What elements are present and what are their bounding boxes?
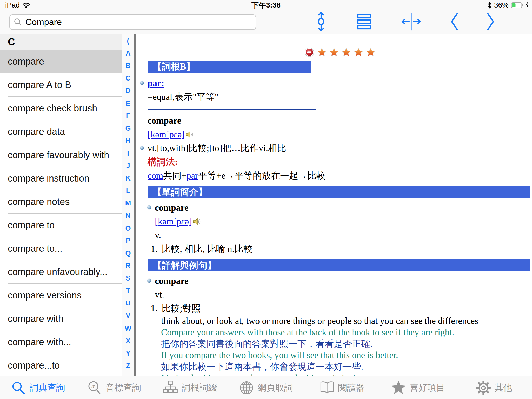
status-bar: iPad 下午3:38 36% [0,0,532,10]
tab-dictionary-search[interactable]: 詞典查詢 [0,376,76,399]
index-letter[interactable]: D [125,87,131,94]
star-icon[interactable] [317,48,327,57]
index-letter[interactable]: P [126,237,130,244]
section-banner-brief: 【單詞簡介】 [148,186,530,198]
tab-label: 音標查詢 [106,382,141,394]
rating-bar [148,47,532,57]
tab-word-roots[interactable]: 詞根詞綴 [152,376,228,399]
section-banner-detail: 【詳解與例句】 [148,259,530,271]
tab-label: 其他 [495,382,512,394]
index-letter[interactable]: A [125,50,131,57]
headword: compare [155,203,189,213]
index-letter[interactable]: Q [125,250,131,257]
star-icon[interactable] [342,48,351,57]
word-list-item[interactable]: compare with [0,307,122,330]
word-list-item[interactable]: compare instruction [0,167,122,190]
word-list-item[interactable]: compare notes [0,190,122,214]
word-list-item[interactable]: compare to [0,214,122,237]
tab-label: 網頁取詞 [258,382,293,394]
section-divider [148,109,316,110]
english-definition: think about, or look at, two or more thi… [161,315,532,327]
index-letter[interactable]: J [126,162,130,169]
index-letter[interactable]: E [126,100,130,107]
autofit-button[interactable] [312,10,330,34]
phonetic-link[interactable]: [kəm`pɛə] [155,216,192,227]
speaker-icon[interactable] [193,218,201,225]
index-letter[interactable]: M [125,200,131,207]
root-link[interactable]: par: [148,78,164,88]
index-letter[interactable]: Y [126,350,130,357]
word-list-item[interactable]: compare versions [0,284,122,307]
index-letter[interactable]: L [126,187,130,194]
search-toolbar [0,10,532,34]
morpheme-link[interactable]: com [148,171,163,181]
back-button[interactable] [449,11,460,33]
list-view-button[interactable] [355,12,374,32]
word-list-item[interactable]: compare data [0,120,122,143]
pos-label: v. [155,228,532,242]
web-lookup-icon [239,380,254,395]
split-width-button[interactable] [399,10,423,34]
search-icon [14,18,22,26]
entry-content: 【詞根B】 par: =equal,表示"平等" compare [kəm`pɛ… [136,34,532,376]
example-sentence-en: Compare your answers with those at the b… [161,327,532,338]
tab-web-lookup[interactable]: 網頁取詞 [228,376,304,399]
forward-button[interactable] [485,11,496,33]
index-letter[interactable]: ( [127,37,129,44]
headword-row: compare [155,274,532,288]
index-letter[interactable]: S [126,275,130,282]
index-letter[interactable]: G [125,125,131,132]
tab-other[interactable]: 其他 [456,376,532,399]
speaker-icon[interactable] [185,131,193,138]
word-list-item[interactable]: compare check brush [0,97,122,120]
other-settings-icon [476,380,491,395]
remove-favorite-icon[interactable] [304,47,314,57]
bullet-icon [147,205,151,209]
phonetic-link[interactable]: [kəm`pɛə] [148,129,185,139]
morpheme-link[interactable]: par [187,171,198,181]
tab-favorites[interactable]: 喜好項目 [380,376,456,399]
examples-block: think about, or look at, two or more thi… [161,315,532,376]
bullet-icon [140,146,144,150]
word-list-item[interactable]: compare A to B [0,73,122,97]
index-letter[interactable]: T [126,287,130,294]
morphology-row: com共同+par平等+e→平等的放在一起→比較 [148,169,532,183]
word-list-item[interactable]: compare to... [0,237,122,260]
bullet-icon [147,279,151,283]
index-letter[interactable]: V [126,312,130,319]
index-letter[interactable]: R [125,262,131,269]
section-banner-root: 【詞根B】 [148,61,311,73]
index-letter[interactable]: X [126,337,130,344]
tab-phonetic-search[interactable]: æ 音標查詢 [76,376,152,399]
index-letter[interactable]: H [125,137,131,144]
word-list-item[interactable]: compare unfavourably... [0,260,122,284]
index-letter[interactable]: W [125,325,131,332]
tab-reader[interactable]: 閱讀器 [304,376,380,399]
word-list-item[interactable]: compare favourably with [0,143,122,167]
index-letter[interactable]: F [126,112,130,119]
headword: compare [155,276,189,286]
word-root-icon [163,380,178,395]
morphology-text: 平等+e→平等的放在一起→比較 [198,171,325,181]
main-area: C compare compare A to B compare check b… [0,34,532,376]
index-letter[interactable]: B [125,62,131,69]
pos-def: vt.[to,with]比較;[to]把…比作vi.相比 [148,143,286,153]
index-letter[interactable]: C [125,75,131,82]
phonetic-search-icon: æ [87,380,102,395]
index-letter[interactable]: N [125,212,131,220]
index-letter[interactable]: I [127,150,129,157]
index-letter[interactable]: K [125,175,131,182]
index-letter[interactable]: Z [126,362,130,369]
word-list-item[interactable]: compare [0,50,122,73]
search-bar[interactable] [9,14,256,30]
search-input[interactable] [25,17,251,27]
word-list-item[interactable]: compare with... [0,330,122,354]
index-letter[interactable]: U [125,300,131,307]
star-icon[interactable] [329,48,339,57]
star-icon[interactable] [354,48,363,57]
index-letter[interactable]: O [125,225,131,232]
example-sentence-zh: 把你的答案同書後面的答案對照一下，看看是否正確. [161,338,532,350]
word-list-item[interactable]: compare...to [0,354,122,376]
tab-label: 喜好項目 [410,382,445,394]
star-icon[interactable] [366,48,375,57]
